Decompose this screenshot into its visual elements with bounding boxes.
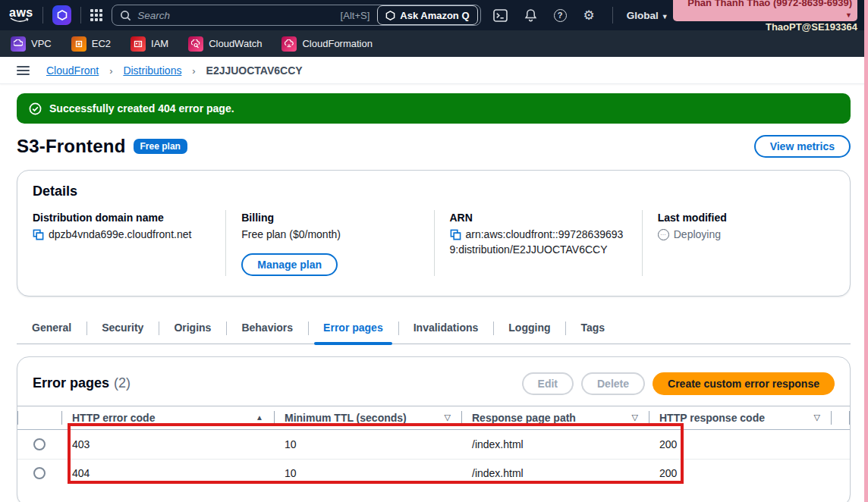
global-search[interactable]: [Alt+S] Ask Amazon Q [112,5,480,26]
success-flashbar: Successfully created 404 error page. [17,93,851,124]
notifications-bell-icon[interactable] [524,8,537,22]
column-response-page-path[interactable]: Response page path ▽ [461,406,649,429]
table-header-row: . HTTP error code ▲ Minimum TTL (seconds… [17,406,850,430]
top-navigation-bar: aws [Alt+S] Ask Amazon Q [0,0,868,30]
edit-button[interactable]: Edit [522,372,574,395]
breadcrumb-cloudfront[interactable]: CloudFront [46,64,99,77]
favorite-cloudformation[interactable]: CloudFormation [281,36,373,52]
error-pages-header: Error pages (2) Edit Delete Create custo… [17,369,850,406]
iam-icon [131,36,146,52]
page-title: S3-Frontend [17,136,126,157]
copy-icon[interactable] [450,229,461,240]
amazon-q-app-icon[interactable] [52,5,72,25]
page-header: S3-Frontend Free plan View metrics [17,135,851,158]
favorite-vpc[interactable]: VPC [11,36,52,52]
chevron-down-icon: ▼ [845,11,852,19]
tab-tags[interactable]: Tags [565,315,620,344]
aws-smile-icon [10,17,30,24]
tab-general[interactable]: General [17,315,86,344]
breadcrumb-separator: › [192,65,195,77]
breadcrumb-bar: CloudFront › Distributions › E2JJUOCTAV6… [0,57,868,84]
table-row-404[interactable]: 404 10 /index.html 200 [17,459,850,488]
tab-behaviors[interactable]: Behaviors [226,315,308,344]
search-shortcut-hint: [Alt+S] [341,10,370,21]
search-icon [120,10,131,21]
detail-domain: Distribution domain name dpzb4vnda699e.c… [17,210,225,276]
error-pages-card: Error pages (2) Edit Delete Create custo… [17,356,851,502]
favorite-cloudwatch[interactable]: CloudWatch [188,36,262,52]
tab-invalidations[interactable]: Invalidations [398,315,494,344]
breadcrumb: CloudFront › Distributions › E2JJUOCTAV6… [46,64,303,77]
row-radio-button[interactable] [33,438,46,450]
amazon-q-icon [385,11,395,20]
breadcrumb-current: E2JJUOCTAV6CCY [206,64,303,77]
capture-edge-artifact [864,0,868,502]
breadcrumb-distributions[interactable]: Distributions [123,64,181,77]
error-pages-title: Error pages [33,375,109,391]
ec2-icon [71,36,86,52]
column-http-error-code[interactable]: HTTP error code ▲ [61,406,274,429]
cloudformation-icon [281,36,297,52]
sort-toggle-icon[interactable]: ▽ [445,413,451,422]
account-id-label: ThaoPT@SE193364 [673,22,857,33]
settings-gear-icon[interactable]: ⚙ [583,9,595,22]
sort-toggle-icon[interactable]: ▽ [632,413,638,422]
search-input[interactable] [137,10,332,21]
divider [80,7,81,24]
row-radio-button[interactable] [33,467,46,479]
error-pages-count: (2) [114,375,131,391]
account-menu[interactable]: Phan Thanh Thao (9972-8639-6939) ▼ [673,0,857,21]
account-block: Phan Thanh Thao (9972-8639-6939) ▼ ThaoP… [673,0,860,33]
details-card: Details Distribution domain name dpzb4vn… [17,170,851,296]
delete-button[interactable]: Delete [581,372,645,395]
sort-toggle-icon[interactable]: ▽ [814,413,820,422]
in-progress-icon: … [658,229,669,240]
check-circle-icon [29,102,42,115]
breadcrumb-separator: › [109,65,112,77]
favorites-bar: VPC EC2 IAM CloudWatch CloudFormation [0,30,868,57]
distribution-tabs: General Security Origins Behaviors Error… [17,315,851,344]
divider [42,7,43,24]
flash-message: Successfully created 404 error page. [49,102,234,115]
detail-billing: Billing Free plan ($0/month) Manage plan [225,210,433,276]
ask-amazon-q-button[interactable]: Ask Amazon Q [377,5,477,25]
column-http-response-code[interactable]: HTTP response code ▽ [649,406,831,429]
vpc-icon [11,36,26,52]
create-custom-error-response-button[interactable]: Create custom error response [653,372,835,395]
detail-arn: ARN arn:aws:cloudfront::997286396939:dis… [434,210,642,276]
chevron-down-icon: ▼ [662,13,668,20]
deploying-status: Deploying [674,227,721,243]
detail-last-modified: Last modified … Deploying [642,210,850,276]
side-nav-hamburger-icon[interactable] [17,66,30,75]
copy-icon[interactable] [33,229,44,240]
help-icon[interactable]: ? [554,9,567,22]
tab-logging[interactable]: Logging [493,315,565,344]
cloudshell-icon[interactable] [493,9,508,22]
table-row-403[interactable]: 403 10 /index.html 200 [17,430,850,459]
free-plan-badge: Free plan [134,139,187,154]
tab-security[interactable]: Security [86,315,159,344]
divider [612,7,613,24]
aws-logo[interactable]: aws [9,7,33,24]
tab-error-pages[interactable]: Error pages [308,315,398,344]
services-grid-icon[interactable] [90,9,102,21]
error-pages-table: . HTTP error code ▲ Minimum TTL (seconds… [17,406,850,502]
main-content: Successfully created 404 error page. S3-… [0,84,868,502]
manage-plan-button[interactable]: Manage plan [241,253,338,276]
region-selector[interactable]: Global▼ [627,10,668,21]
hexagon-icon [57,10,68,20]
favorite-ec2[interactable]: EC2 [71,36,111,52]
details-heading: Details [17,184,850,210]
view-metrics-button[interactable]: View metrics [754,135,851,158]
cloudwatch-icon [188,36,203,52]
column-minimum-ttl[interactable]: Minimum TTL (seconds) ▽ [274,406,461,429]
sort-ascending-icon[interactable]: ▲ [256,413,263,422]
tab-origins[interactable]: Origins [159,315,226,344]
favorite-iam[interactable]: IAM [131,36,168,52]
